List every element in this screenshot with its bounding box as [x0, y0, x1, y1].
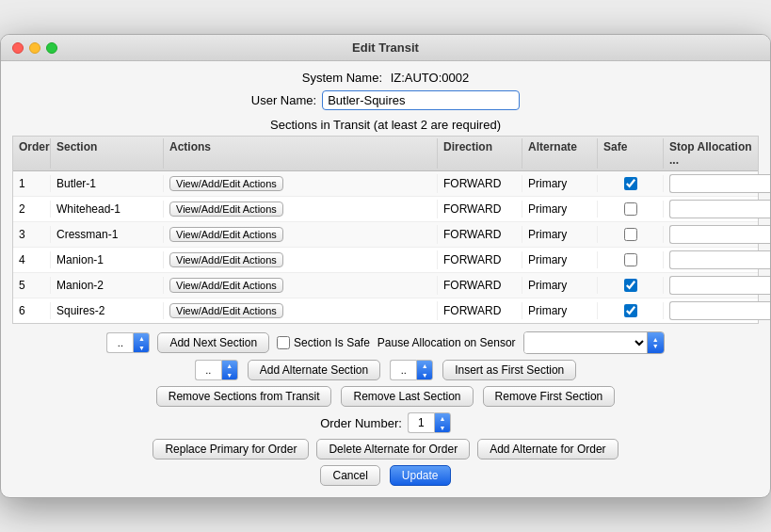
cell-direction: FORWARD	[438, 201, 522, 218]
stepper2: ▲ ▼	[195, 360, 238, 380]
col-safe: Safe	[598, 138, 664, 169]
cell-safe	[598, 277, 664, 294]
add-alternate-section-button[interactable]: Add Alternate Section	[248, 360, 380, 380]
cell-section: Squires-2	[51, 302, 164, 319]
section-is-safe-checkbox[interactable]	[277, 336, 290, 349]
stop-alloc-input[interactable]	[669, 301, 771, 320]
col-alternate: Alternate	[522, 138, 598, 169]
stepper1-input[interactable]	[106, 332, 133, 353]
row2: ▲ ▼ Add Alternate Section ▲ ▼ Insert as …	[195, 360, 576, 380]
cell-safe	[598, 175, 664, 192]
user-name-input[interactable]	[322, 90, 520, 110]
order-number-input[interactable]	[408, 412, 434, 433]
order-number-stepper: ▲ ▼	[408, 412, 451, 433]
dropdown-arrow-btn[interactable]: ▲ ▼	[647, 332, 664, 353]
safe-checkbox[interactable]	[624, 304, 637, 317]
cell-section: Butler-1	[51, 175, 164, 192]
cell-safe	[598, 226, 664, 243]
cell-actions: View/Add/Edit Actions	[164, 200, 438, 218]
cell-actions: View/Add/Edit Actions	[164, 174, 438, 193]
user-name-row: User Name:	[12, 90, 759, 110]
stepper3: ▲ ▼	[390, 360, 433, 380]
col-section: Section	[51, 138, 164, 169]
edit-transit-window: Edit Transit System Name: IZ:AUTO:0002 U…	[0, 34, 771, 498]
minimize-button[interactable]	[29, 42, 40, 54]
add-next-section-button[interactable]: Add Next Section	[157, 332, 269, 353]
order-number-up[interactable]: ▲	[435, 413, 450, 423]
maximize-button[interactable]	[46, 42, 57, 54]
stepper1-down[interactable]: ▼	[134, 343, 149, 352]
cell-actions: View/Add/Edit Actions	[164, 225, 438, 244]
cell-direction: FORWARD	[438, 277, 522, 294]
stepper3-input[interactable]	[390, 360, 416, 380]
cell-order: 1	[13, 175, 51, 192]
stepper2-up[interactable]: ▲	[222, 361, 237, 370]
cell-stop-alloc: ▲ ▼	[664, 222, 744, 247]
safe-checkbox[interactable]	[624, 202, 637, 216]
cell-alternate: Primary	[522, 201, 598, 218]
order-number-row: Order Number: ▲ ▼	[320, 412, 451, 433]
stop-alloc-input[interactable]	[669, 276, 771, 295]
stepper3-up[interactable]: ▲	[417, 361, 432, 370]
stepper2-input[interactable]	[195, 360, 221, 380]
stop-alloc-input[interactable]	[669, 174, 771, 193]
col-direction: Direction	[438, 138, 522, 169]
view-edit-actions-button[interactable]: View/Add/Edit Actions	[169, 278, 283, 293]
section-is-safe-label[interactable]: Section Is Safe	[277, 336, 370, 349]
safe-checkbox[interactable]	[624, 177, 637, 190]
titlebar: Edit Transit	[1, 35, 770, 61]
stop-alloc-input[interactable]	[669, 225, 771, 244]
cell-alternate: Primary	[522, 302, 598, 319]
update-button[interactable]: Update	[390, 465, 451, 486]
replace-primary-for-order-button[interactable]: Replace Primary for Order	[153, 439, 309, 459]
order-number-down[interactable]: ▼	[435, 423, 450, 432]
sections-header: Sections in Transit (at least 2 are requ…	[12, 118, 759, 132]
row3: Remove Sections from Transit Remove Last…	[156, 386, 616, 407]
cell-stop-alloc: ▲ ▼	[664, 248, 744, 272]
stepper2-down[interactable]: ▼	[222, 370, 237, 379]
remove-last-section-button[interactable]: Remove Last Section	[341, 386, 473, 407]
view-edit-actions-button[interactable]: View/Add/Edit Actions	[169, 202, 283, 217]
add-alternate-for-order-button[interactable]: Add Alternate for Order	[477, 439, 618, 459]
delete-alternate-for-order-button[interactable]: Delete Alternate for Order	[316, 439, 470, 459]
safe-checkbox[interactable]	[624, 253, 637, 266]
stepper1-up[interactable]: ▲	[134, 333, 149, 343]
stop-alloc-input[interactable]	[669, 200, 771, 218]
view-edit-actions-button[interactable]: View/Add/Edit Actions	[169, 252, 283, 267]
stepper3-down[interactable]: ▼	[417, 370, 432, 379]
col-actions: Actions	[164, 138, 438, 169]
safe-checkbox[interactable]	[624, 279, 637, 292]
pause-allocation-select[interactable]	[524, 332, 647, 353]
table-row: 6 Squires-2 View/Add/Edit Actions FORWAR…	[13, 298, 758, 323]
close-button[interactable]	[12, 42, 24, 54]
view-edit-actions-button[interactable]: View/Add/Edit Actions	[169, 227, 283, 242]
cell-direction: FORWARD	[438, 251, 522, 268]
row6: Cancel Update	[320, 465, 450, 486]
user-name-label: User Name:	[251, 93, 316, 107]
stop-alloc-input[interactable]	[669, 250, 771, 269]
cell-order: 4	[13, 251, 51, 268]
system-name-label: System Name:	[302, 71, 382, 85]
cell-actions: View/Add/Edit Actions	[164, 276, 438, 295]
cell-order: 3	[13, 226, 51, 243]
cell-order: 5	[13, 277, 51, 294]
system-name-row: System Name: IZ:AUTO:0002	[12, 71, 759, 85]
cell-direction: FORWARD	[438, 226, 522, 243]
remove-first-section-button[interactable]: Remove First Section	[483, 386, 616, 407]
order-number-label: Order Number:	[320, 416, 402, 430]
controls-section: ▲ ▼ Add Next Section Section Is Safe Pau…	[12, 331, 759, 486]
section-is-safe-text: Section Is Safe	[294, 336, 370, 349]
traffic-lights	[12, 42, 57, 54]
cell-stop-alloc: ▲ ▼	[664, 298, 744, 323]
safe-checkbox[interactable]	[624, 228, 637, 241]
cell-section: Manion-2	[51, 277, 164, 294]
cancel-button[interactable]: Cancel	[320, 465, 379, 486]
view-edit-actions-button[interactable]: View/Add/Edit Actions	[169, 303, 283, 318]
insert-as-first-section-button[interactable]: Insert as First Section	[442, 360, 576, 380]
stepper1: ▲ ▼	[106, 332, 150, 353]
pause-allocation-dropdown[interactable]: ▲ ▼	[523, 331, 665, 354]
cell-actions: View/Add/Edit Actions	[164, 301, 438, 320]
remove-sections-from-transit-button[interactable]: Remove Sections from Transit	[156, 386, 332, 407]
cell-section: Whitehead-1	[51, 201, 164, 218]
view-edit-actions-button[interactable]: View/Add/Edit Actions	[169, 176, 283, 191]
